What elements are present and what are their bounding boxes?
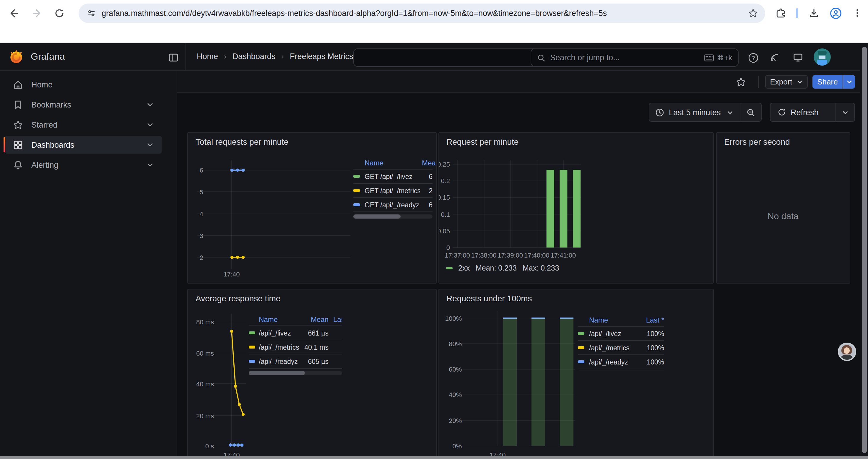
panel-total-requests[interactable]: Total requests per minute NameMeanGET /a… [187,132,436,284]
grafana-logo[interactable] [9,50,24,64]
sidebar-item-alerting[interactable]: Alerting [5,156,162,174]
scrollbar-thumb[interactable] [862,47,867,453]
share-menu-button[interactable] [843,75,855,89]
refresh-button[interactable]: Refresh [771,103,835,121]
breadcrumb-separator: › [224,52,226,61]
favorite-star-icon[interactable] [735,76,746,88]
legend-column-header[interactable]: Mean [304,315,329,323]
legend-row[interactable]: /api/_/readyz605 µs620 µs [249,355,342,368]
toolbar-divider [758,76,759,88]
breadcrumb-dashboards[interactable]: Dashboards [232,52,276,61]
legend-column-header[interactable]: Name [259,315,301,323]
legend-row[interactable]: 2xx Mean: 0.233 Max: 0.233 [446,264,559,272]
chevron-down-icon[interactable] [147,121,154,128]
legend-h-scrollbar[interactable] [353,215,433,219]
panel-request-per-minute[interactable]: Request per minute 2xx Mean: 0.233 Max: … [438,132,714,284]
legend-header: NameMeanLast * [249,313,342,326]
back-icon[interactable] [8,7,20,19]
time-range-group: Last 5 minutes [649,103,762,122]
y-tick-label: 20% [439,417,462,424]
panel-average-response-time[interactable]: Average response time NameMeanLast */api… [187,289,436,459]
legend-name: GET /api/_/livez [365,173,420,180]
bottom-scrollbar-strip[interactable] [0,456,868,459]
legend-column-header[interactable]: Name [365,159,420,167]
sidebar-item-bookmarks[interactable]: Bookmarks [5,96,162,113]
legend-column-header[interactable]: Name [589,316,641,324]
legend-row[interactable]: /api/_/metrics100% [578,341,664,355]
legend-row[interactable]: GET /api/_/metrics2 [353,184,433,197]
extension-pin-indicator [796,8,798,18]
url-text[interactable]: grafana.mathmast.com/d/deytv4rwavabkb/fr… [102,9,607,18]
search-input[interactable] [550,53,700,62]
zoom-out-button[interactable] [740,103,761,121]
legend-name: /api/_/metrics [589,344,641,351]
refresh-interval-button[interactable] [835,103,855,121]
bookmark-star-icon[interactable] [748,8,758,18]
mega-menu-toggle-icon[interactable] [168,52,179,63]
plot-area[interactable] [439,133,713,283]
legend-row[interactable]: GET /api/_/livez6 [353,169,433,183]
scrollbar-thumb[interactable] [249,371,305,375]
reload-icon[interactable] [53,7,65,19]
legend-mean: 6 [422,173,433,180]
panel-title[interactable]: Average response time [195,294,280,303]
time-range-picker[interactable]: Last 5 minutes [649,103,740,121]
refresh-icon [778,108,786,117]
legend-row[interactable]: /api/_/metrics40.1 ms20.5 ms [249,340,342,354]
sidebar-item-dashboards[interactable]: Dashboards [5,136,162,154]
export-button[interactable]: Export [765,75,808,89]
extensions-icon[interactable] [775,7,786,19]
panel-title[interactable]: Total requests per minute [195,137,288,146]
series-swatch [249,332,255,334]
y-tick-label: 4 [187,210,203,218]
legend-column-header[interactable]: Mean [422,159,433,167]
header-divider [185,43,186,71]
y-tick-label: 0 [438,244,450,251]
legend-column-header[interactable]: Last * [643,316,664,324]
chevron-down-icon[interactable] [147,141,154,148]
help-icon[interactable]: ? [747,52,759,63]
legend-row[interactable]: GET /api/_/readyz6 [353,198,433,211]
breadcrumb-home[interactable]: Home [197,52,218,61]
alerting-bell-icon [13,160,23,170]
plot-area[interactable] [439,290,713,458]
news-rss-icon[interactable] [769,52,780,63]
legend-row[interactable]: /api/_/readyz100% [578,355,664,369]
browser-toolbar: grafana.mathmast.com/d/deytv4rwavabkb/fr… [0,0,868,27]
panel-title[interactable]: Request per minute [446,137,519,146]
panel-requests-under-100ms[interactable]: Requests under 100ms NameLast */api/_/li… [438,289,714,459]
browser-menu-icon[interactable] [851,7,863,19]
sidebar-item-starred[interactable]: Starred [5,116,162,133]
series-swatch [353,189,360,192]
search-input-wrap[interactable]: ⌘+k [531,48,739,67]
site-settings-icon[interactable] [87,9,96,18]
y-tick-label: 20 ms [191,412,214,419]
chevron-down-icon[interactable] [147,101,154,108]
url-bar[interactable]: grafana.mathmast.com/d/deytv4rwavabkb/fr… [79,4,765,23]
breadcrumb-separator: › [281,52,284,61]
sidebar-item-label: Dashboards [31,140,74,149]
legend-row[interactable]: /api/_/livez661 µs646 µs [249,326,342,340]
bar [559,170,567,248]
avatar-shirt [841,355,852,360]
y-tick-label: 0.2 [438,177,450,184]
panel-title[interactable]: Errors per second [724,137,790,146]
panel-errors-per-second[interactable]: Errors per second No data [716,132,850,284]
user-avatar[interactable] [814,48,831,66]
legend-h-scrollbar[interactable] [249,371,342,375]
scrollbar-thumb[interactable] [353,215,401,219]
page-scrollbar[interactable] [860,43,868,456]
legend-row[interactable]: /api/_/livez100% [578,327,664,340]
chevron-down-icon[interactable] [147,161,154,168]
downloads-icon[interactable] [808,7,819,19]
y-tick-label: 3 [187,232,203,239]
search-box[interactable] [353,48,561,67]
share-button[interactable]: Share [812,75,843,89]
forward-icon[interactable] [31,7,42,19]
legend-column-header[interactable]: Last * [333,315,342,323]
assistant-avatar[interactable] [838,342,856,361]
kiosk-monitor-icon[interactable] [793,52,804,63]
panel-title[interactable]: Requests under 100ms [446,294,532,303]
sidebar-item-home[interactable]: Home [5,76,162,93]
profile-icon[interactable] [829,6,842,20]
